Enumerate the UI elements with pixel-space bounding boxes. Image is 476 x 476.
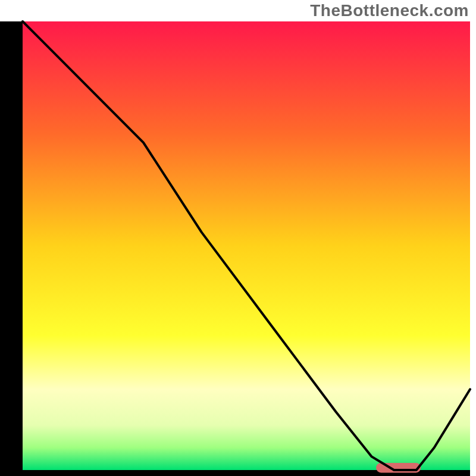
watermark-text: TheBottleneck.com [310,1,469,20]
chart-container: TheBottleneck.com [0,0,476,476]
bottleneck-chart [0,0,476,476]
svg-rect-0 [0,0,23,21]
y-axis [0,0,23,476]
right-margin [470,0,476,476]
